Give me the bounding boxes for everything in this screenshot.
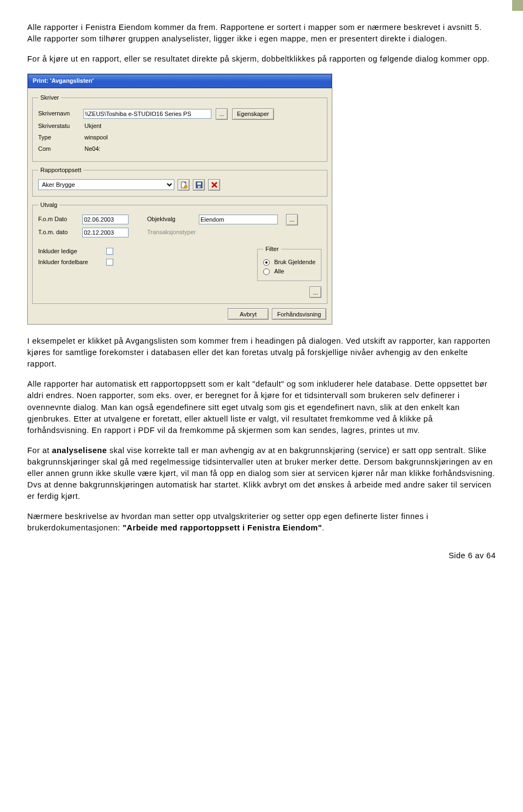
delete-icon <box>211 181 218 188</box>
label-tom: T.o.m. dato <box>38 228 79 237</box>
page-corner-marker <box>512 0 523 11</box>
value-type: winspool <box>83 133 109 143</box>
group-skriver: Skriver Skrivernavn ... Egenskaper Skriv… <box>32 94 327 162</box>
label-inkluder-fordelbare: Inkluder fordelbare <box>38 258 101 267</box>
label-fom: F.o.m Dato <box>38 215 79 224</box>
svg-rect-4 <box>198 186 200 188</box>
ellipsis-icon: ... <box>313 289 318 296</box>
browse-filter-button[interactable]: ... <box>309 286 321 298</box>
legend-utvalg: Utvalg <box>38 201 59 210</box>
save-icon <box>196 181 203 188</box>
group-rapportoppsett: Rapportoppsett Aker Brygge <box>32 166 327 197</box>
ellipsis-icon: ... <box>289 216 294 223</box>
label-skrivernavn: Skrivernavn <box>38 109 79 118</box>
radio-alle[interactable] <box>263 268 270 275</box>
input-tom-dato[interactable] <box>82 228 129 237</box>
legend-skriver: Skriver <box>38 94 61 102</box>
input-skrivernavn[interactable] <box>83 109 211 119</box>
save-oppsett-button[interactable] <box>193 179 205 191</box>
paragraph-2: For å kjøre ut en rapport, eller se resu… <box>27 53 496 65</box>
svg-rect-3 <box>197 182 201 185</box>
page-footer: Side 6 av 64 <box>27 550 496 561</box>
bold-analyselisene: analyselisene <box>52 446 107 455</box>
browse-printer-button[interactable]: ... <box>216 108 228 120</box>
svg-point-1 <box>184 185 187 188</box>
group-filter: Filter Bruk Gjeldende Alle <box>257 245 321 282</box>
label-type: Type <box>38 133 79 142</box>
paragraph-6: Nærmere beskrivelse av hvordan man sette… <box>27 511 496 534</box>
bold-doc-ref: "Arbeide med rapportoppsett i Fenistra E… <box>123 523 322 532</box>
preview-button[interactable]: Forhåndsvisning <box>272 308 326 320</box>
new-oppsett-button[interactable] <box>178 179 190 191</box>
label-inkluder-ledige: Inkluder ledige <box>38 247 101 256</box>
radio-bruk-gjeldende[interactable] <box>263 259 270 266</box>
browse-objekt-button[interactable]: ... <box>286 214 298 225</box>
dialog-titlebar: Print: 'Avgangslisten' <box>28 74 332 88</box>
paragraph-5: For at analyselisene skal vise korrekte … <box>27 445 496 502</box>
label-alle: Alle <box>274 267 284 276</box>
paragraph-1: Alle rapporter i Fenistra Eiendom kommer… <box>27 22 496 45</box>
label-transaksjonstyper: Transaksjonstyper <box>147 228 202 237</box>
input-objektvalg[interactable] <box>199 215 278 224</box>
paragraph-4: Alle rapporter har automatisk ett rappor… <box>27 378 496 436</box>
legend-filter: Filter <box>263 245 281 254</box>
print-dialog: Print: 'Avgangslisten' Skriver Skriverna… <box>27 74 332 325</box>
value-com: Ne04: <box>83 144 101 154</box>
label-objektvalg: Objektvalg <box>147 215 202 224</box>
value-status: Ukjent <box>83 121 102 131</box>
delete-oppsett-button[interactable] <box>208 179 220 191</box>
label-status: Skriverstatu <box>38 122 79 131</box>
cancel-button[interactable]: Avbryt <box>228 308 269 320</box>
label-com: Com <box>38 145 79 154</box>
label-bruk-gjeldende: Bruk Gjeldende <box>274 258 315 267</box>
select-rapportoppsett[interactable]: Aker Brygge <box>38 179 174 190</box>
checkbox-inkluder-fordelbare[interactable] <box>106 259 113 266</box>
legend-rapportoppsett: Rapportoppsett <box>38 166 83 175</box>
group-utvalg: Utvalg F.o.m Dato Objektvalg ... T.o.m. … <box>32 201 327 304</box>
input-fom-dato[interactable] <box>82 215 129 224</box>
properties-button[interactable]: Egenskaper <box>232 108 274 120</box>
new-document-icon <box>180 181 187 188</box>
paragraph-3: I eksempelet er klikket på Avgangslisten… <box>27 335 496 370</box>
checkbox-inkluder-ledige[interactable] <box>106 248 113 255</box>
ellipsis-icon: ... <box>220 111 224 117</box>
